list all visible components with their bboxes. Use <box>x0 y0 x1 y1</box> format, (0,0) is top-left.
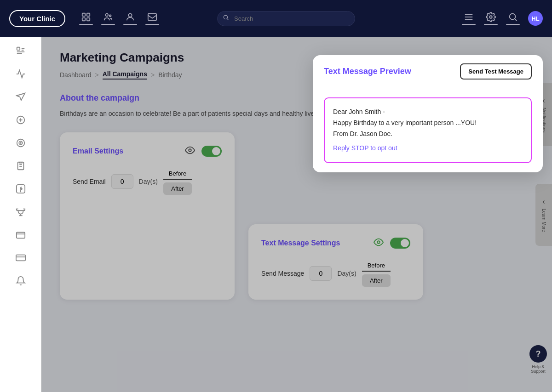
svg-point-12 <box>489 16 492 18</box>
svg-point-5 <box>109 15 111 17</box>
svg-point-6 <box>128 14 132 17</box>
main-content: Marketing Campaigns Dashboard > All Camp… <box>41 37 552 392</box>
clinic-button[interactable]: Your Clinic <box>9 10 65 27</box>
nav-profile-icon[interactable] <box>123 12 137 25</box>
sidebar-item-bell[interactable] <box>16 276 26 286</box>
nav-dashboard-icon[interactable] <box>79 12 93 25</box>
message-line2: Happy Birthday to a very important perso… <box>333 118 523 129</box>
sidebar-item-discount[interactable] <box>16 115 26 125</box>
svg-rect-25 <box>16 233 24 239</box>
svg-rect-7 <box>148 14 156 21</box>
avatar[interactable]: HL <box>528 11 543 26</box>
message-preview-box: Dear John Smith - Happy Birthday to a ve… <box>324 97 532 163</box>
svg-point-4 <box>106 14 109 17</box>
sidebar-item-chart[interactable] <box>16 69 26 79</box>
modal-body: Dear John Smith - Happy Birthday to a ve… <box>313 88 543 172</box>
nav-search-right-icon[interactable] <box>506 12 520 25</box>
svg-point-8 <box>224 15 227 19</box>
send-test-button[interactable]: Send Test Message <box>460 63 532 80</box>
opt-out-link[interactable]: Reply STOP to opt out <box>333 144 397 152</box>
sidebar-item-target[interactable] <box>16 138 26 148</box>
svg-rect-3 <box>87 18 90 21</box>
nav-messages-icon[interactable] <box>145 12 159 25</box>
sidebar-item-clipboard[interactable] <box>16 161 26 171</box>
svg-rect-0 <box>82 13 85 16</box>
main-layout: Marketing Campaigns Dashboard > All Camp… <box>0 37 552 392</box>
navbar: Your Clinic <box>0 0 552 37</box>
svg-rect-2 <box>82 18 85 21</box>
sidebar-item-facebook[interactable] <box>16 184 26 194</box>
sidebar-item-megaphone[interactable] <box>16 92 26 102</box>
svg-point-18 <box>20 142 21 143</box>
message-line3: From Dr. Jason Doe. <box>333 129 523 140</box>
message-line1: Dear John Smith - <box>333 107 523 118</box>
nav-icons <box>79 12 159 25</box>
search-input[interactable] <box>217 11 355 26</box>
sidebar-item-star[interactable] <box>16 46 26 56</box>
svg-rect-1 <box>87 13 90 16</box>
preview-modal: Text Message Preview Send Test Message D… <box>313 55 543 172</box>
modal-overlay: Text Message Preview Send Test Message D… <box>41 37 552 392</box>
nav-settings-icon[interactable] <box>484 12 498 25</box>
nav-right-icons: HL <box>462 11 543 26</box>
sidebar <box>0 37 41 392</box>
nav-patients-icon[interactable] <box>101 12 115 25</box>
svg-rect-14 <box>17 47 19 50</box>
search-icon <box>223 14 229 23</box>
modal-title: Text Message Preview <box>324 67 411 76</box>
sidebar-item-card[interactable] <box>16 230 26 240</box>
nav-list-icon[interactable] <box>462 12 476 25</box>
modal-header: Text Message Preview Send Test Message <box>313 55 543 88</box>
svg-rect-26 <box>16 255 25 261</box>
sidebar-item-trophy[interactable] <box>16 207 26 217</box>
svg-point-13 <box>510 14 516 20</box>
search-bar <box>217 11 355 26</box>
sidebar-item-credit-card[interactable] <box>16 253 26 263</box>
